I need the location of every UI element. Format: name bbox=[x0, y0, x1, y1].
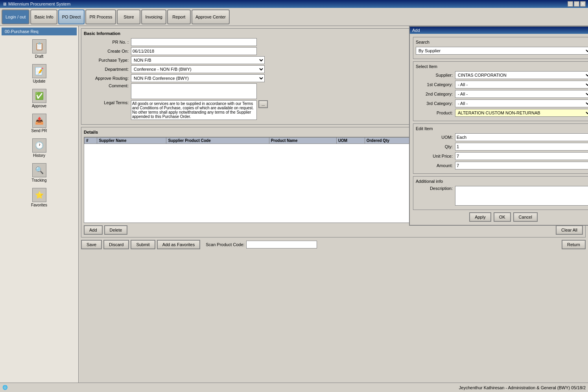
update-icon: 📝 bbox=[32, 64, 46, 78]
delete-button[interactable]: Delete bbox=[104, 225, 128, 235]
user-info: Jeychenthur Kathiresan - Administration … bbox=[459, 385, 586, 390]
sidebar-item-send-pr[interactable]: 📤 Send PR bbox=[24, 111, 55, 135]
qty-label: Qty: bbox=[416, 144, 455, 149]
title-bar: 🖥 Millennium Procurement System _ □ ✕ bbox=[0, 0, 588, 8]
sidebar-item-history[interactable]: 🕐 History bbox=[24, 136, 55, 160]
supplier-select[interactable]: CINTAS CORPORATION bbox=[455, 71, 588, 79]
ok-button[interactable]: OK bbox=[494, 212, 511, 222]
approve-label: Approve bbox=[32, 104, 46, 108]
content-area: Basic Information PR No. : Create On: Pu… bbox=[79, 26, 588, 383]
third-category-select[interactable]: - All - bbox=[455, 99, 588, 107]
supplier-row: Supplier: CINTAS CORPORATION bbox=[416, 71, 588, 79]
report-button[interactable]: Report bbox=[167, 9, 191, 24]
login-button[interactable]: Login / out bbox=[2, 9, 29, 24]
sidebar-item-approve[interactable]: ✅ Approve bbox=[24, 86, 55, 110]
sidebar-item-draft[interactable]: 📋 Draft bbox=[24, 37, 55, 61]
approve-routing-label: Approve Routing: bbox=[84, 76, 131, 81]
search-section-title: Search bbox=[416, 40, 588, 44]
history-icon: 🕐 bbox=[32, 138, 46, 153]
basic-info-button[interactable]: Basic Info bbox=[30, 9, 57, 24]
pr-no-input[interactable] bbox=[131, 38, 257, 46]
purchase-type-label: Purchase Type: bbox=[84, 58, 131, 63]
search-by-select[interactable]: By Supplier By Product By Code bbox=[416, 47, 588, 55]
favorites-label: Favorites bbox=[31, 203, 47, 207]
sidebar-title: 00-Purchase Req bbox=[2, 28, 77, 35]
basic-info-left: PR No. : Create On: Purchase Type: NON F… bbox=[84, 38, 461, 122]
description-label: Description: bbox=[416, 186, 455, 191]
search-by-row: By Supplier By Product By Code bbox=[416, 47, 588, 55]
dialog-action-buttons: Apply OK Cancel bbox=[413, 212, 588, 222]
window-controls: _ □ ✕ bbox=[568, 1, 586, 7]
sidebar-item-favorites[interactable]: ⭐ Favorites bbox=[24, 186, 55, 210]
store-button[interactable]: Store bbox=[117, 9, 140, 24]
unit-price-input[interactable] bbox=[455, 152, 588, 160]
nav-bar: Login / out Basic Info PO Direct PR Proc… bbox=[0, 8, 588, 26]
qty-input[interactable] bbox=[455, 143, 588, 151]
return-button[interactable]: Return bbox=[562, 240, 586, 249]
col-supplier-name: Supplier Name bbox=[97, 138, 166, 144]
add-button[interactable]: Add bbox=[84, 225, 103, 235]
supplier-label: Supplier: bbox=[416, 73, 455, 77]
first-category-label: 1st Category: bbox=[416, 82, 455, 87]
product-select[interactable]: ALTERATION CUSTOM NON-RETURNAB bbox=[455, 109, 588, 117]
po-direct-button[interactable]: PO Direct bbox=[58, 9, 85, 24]
invoicing-button[interactable]: Invoicing bbox=[141, 9, 166, 24]
minimize-button[interactable]: _ bbox=[568, 1, 573, 7]
second-category-select[interactable]: - All - bbox=[455, 90, 588, 98]
comment-row: Comment: bbox=[84, 83, 461, 99]
uom-input[interactable] bbox=[455, 133, 588, 141]
amount-label: Amount: bbox=[416, 163, 455, 168]
legal-terms-row: Legal Terms: All goods or services are t… bbox=[84, 100, 461, 121]
favorites-icon: ⭐ bbox=[32, 188, 46, 202]
scan-product-code-input[interactable] bbox=[246, 241, 317, 248]
first-category-row: 1st Category: - All - bbox=[416, 81, 588, 88]
first-category-select[interactable]: - All - bbox=[455, 81, 588, 88]
globe-icon: 🌐 bbox=[2, 385, 8, 390]
uom-label: UOM: bbox=[416, 135, 455, 140]
approve-center-button[interactable]: Approve Center bbox=[192, 9, 230, 24]
clear-all-button[interactable]: Clear All bbox=[556, 225, 583, 235]
unit-price-row: Unit Price: bbox=[416, 152, 588, 160]
approve-routing-select[interactable]: NON F/B Conference (BWY) bbox=[131, 74, 265, 82]
apply-button[interactable]: Apply bbox=[469, 212, 491, 222]
draft-icon: 📋 bbox=[32, 39, 46, 53]
send-pr-icon: 📤 bbox=[32, 114, 46, 128]
maximize-button[interactable]: □ bbox=[574, 1, 579, 7]
product-label: Product: bbox=[416, 110, 455, 115]
amount-row: Amount: bbox=[416, 162, 588, 169]
description-textarea[interactable] bbox=[455, 186, 588, 206]
department-row: Department: Conference - NON F/B (BWY) bbox=[84, 65, 461, 73]
discard-button[interactable]: Discard bbox=[103, 240, 129, 249]
uom-row: UOM: bbox=[416, 133, 588, 141]
main-container: 00-Purchase Req 📋 Draft 📝 Update ✅ Appro… bbox=[0, 26, 588, 383]
sidebar-item-update[interactable]: 📝 Update bbox=[24, 62, 55, 86]
comment-input[interactable] bbox=[131, 83, 257, 99]
unit-price-label: Unit Price: bbox=[416, 154, 455, 158]
app-title: Millennium Procurement System bbox=[8, 2, 70, 6]
close-button[interactable]: ✕ bbox=[580, 1, 586, 7]
third-category-label: 3rd Category: bbox=[416, 101, 455, 106]
draft-label: Draft bbox=[35, 54, 44, 59]
approve-routing-row: Approve Routing: NON F/B Conference (BWY… bbox=[84, 74, 461, 82]
dialog-title-text: Add bbox=[412, 28, 420, 33]
qty-row: Qty: bbox=[416, 143, 588, 151]
sidebar-item-tracking[interactable]: 🔍 Tracking bbox=[24, 161, 55, 185]
edit-item-section: Edit Item UOM: Qty: Unit Price: Amou bbox=[413, 123, 588, 174]
select-item-section: Select Item Supplier: CINTAS CORPORATION… bbox=[413, 61, 588, 121]
update-label: Update bbox=[33, 79, 45, 83]
purchase-type-select[interactable]: NON F/B bbox=[131, 56, 265, 64]
pr-no-label: PR No. : bbox=[84, 40, 131, 44]
scan-product-code-label: Scan Product Code: bbox=[206, 242, 244, 247]
save-button[interactable]: Save bbox=[81, 240, 102, 249]
third-category-row: 3rd Category: - All - bbox=[416, 99, 588, 107]
purchase-type-row: Purchase Type: NON F/B bbox=[84, 56, 461, 64]
create-on-input[interactable] bbox=[131, 47, 257, 55]
submit-button[interactable]: Submit bbox=[131, 240, 155, 249]
pr-process-button[interactable]: PR Process bbox=[85, 9, 116, 24]
legal-terms-button[interactable]: ... bbox=[258, 100, 268, 108]
add-as-favorites-button[interactable]: Add as Favorites bbox=[157, 240, 201, 249]
legal-terms-input[interactable]: All goods or services are to be supplied… bbox=[131, 100, 257, 120]
cancel-button[interactable]: Cancel bbox=[513, 212, 538, 222]
department-select[interactable]: Conference - NON F/B (BWY) bbox=[131, 65, 265, 73]
send-pr-label: Send PR bbox=[31, 129, 47, 133]
